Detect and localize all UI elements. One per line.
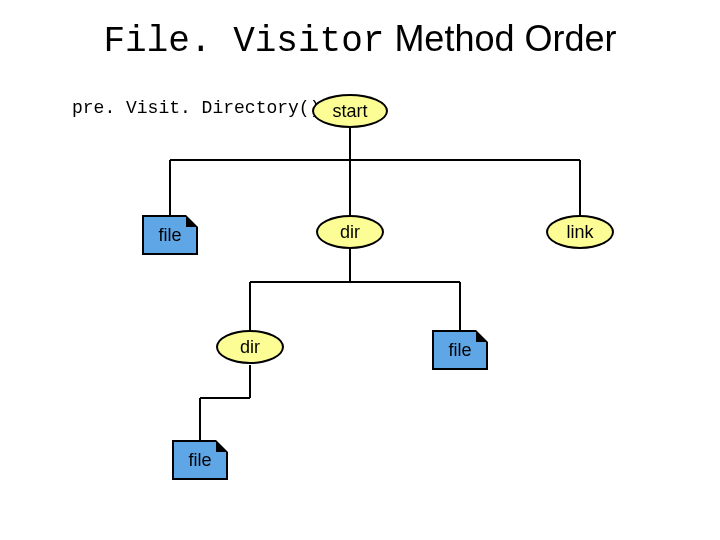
title-rest: Method Order (384, 18, 616, 59)
method-caption: pre. Visit. Directory() (72, 98, 320, 118)
node-file-left-label: file (158, 225, 181, 246)
node-start: start (312, 94, 388, 128)
file-fold-icon (216, 440, 228, 452)
node-dir-mid-label: dir (340, 222, 360, 243)
file-fold-icon (476, 330, 488, 342)
node-file-bottom-label: file (188, 450, 211, 471)
node-file-right-label: file (448, 340, 471, 361)
page-title: File. Visitor Method Order (0, 18, 720, 62)
node-dir-lower: dir (216, 330, 284, 364)
node-link-label: link (566, 222, 593, 243)
node-dir-mid: dir (316, 215, 384, 249)
node-file-left: file (142, 215, 198, 255)
node-link: link (546, 215, 614, 249)
file-fold-icon (186, 215, 198, 227)
title-code: File. Visitor (104, 21, 385, 62)
node-start-label: start (332, 101, 367, 122)
node-file-right: file (432, 330, 488, 370)
tree-connectors (0, 0, 720, 540)
node-file-bottom: file (172, 440, 228, 480)
node-dir-lower-label: dir (240, 337, 260, 358)
